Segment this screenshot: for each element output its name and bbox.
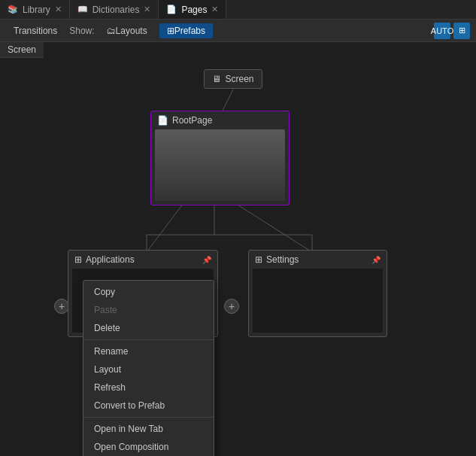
context-menu-copy[interactable]: Copy (83, 283, 214, 301)
screen-node[interactable]: 🖥 Screen (196, 69, 271, 89)
tab-pages-label: Pages (181, 5, 207, 15)
transitions-label: Transitions (14, 26, 57, 36)
prefabs-button[interactable]: ⊞ Prefabs (159, 23, 213, 38)
prefabs-icon: ⊞ (167, 26, 174, 36)
context-menu-convert-prefab[interactable]: Convert to Prefab (83, 397, 214, 415)
settings-node[interactable]: ⊞ Settings 📌 (248, 250, 387, 337)
screen-box: 🖥 Screen (204, 69, 262, 89)
applications-pin: 📌 (202, 256, 211, 264)
svg-line-0 (222, 90, 233, 112)
tab-library-label: Library (23, 5, 50, 15)
layouts-label: Layouts (116, 26, 147, 36)
tab-dictionaries-label: Dictionaries (92, 5, 140, 15)
rootpage-node[interactable]: 📄 RootPage (150, 111, 290, 205)
rootpage-icon: 📄 (157, 115, 168, 126)
applications-label: Applications (86, 254, 135, 265)
context-menu-sep2 (83, 417, 214, 418)
canvas: 🖥 Screen 📄 RootPage + ⊞ Applications 📌 +… (0, 58, 476, 456)
prefabs-label: Prefabs (174, 26, 205, 36)
tab-pages[interactable]: 📄 Pages ✕ (159, 0, 226, 19)
context-menu-layout-label: Layout (94, 364, 121, 375)
screen-label: Screen (0, 42, 44, 58)
context-menu-refresh[interactable]: Refresh (83, 378, 214, 397)
dictionaries-icon: 📖 (77, 5, 88, 14)
add-middle-button[interactable]: + (224, 299, 239, 314)
context-menu-open-composition-label: Open Composition (94, 442, 168, 452)
context-menu: Copy Paste Delete Rename Layout Refresh … (83, 280, 214, 456)
context-menu-rename-label: Rename (94, 346, 128, 357)
toolbar-right: AUTO ⊞ (434, 23, 470, 39)
screen-label-bar: Screen (0, 42, 476, 58)
pages-icon: 📄 (166, 5, 177, 14)
rootpage-label: RootPage (172, 115, 212, 126)
context-menu-layout[interactable]: Layout (83, 360, 214, 378)
auto-label: AUTO (431, 26, 453, 35)
tab-dictionaries[interactable]: 📖 Dictionaries ✕ (70, 0, 159, 19)
context-menu-open-composition[interactable]: Open Composition (83, 438, 214, 456)
tab-bar: 📚 Library ✕ 📖 Dictionaries ✕ 📄 Pages ✕ (0, 0, 476, 20)
context-menu-rename[interactable]: Rename (83, 342, 214, 360)
show-label: Show: (69, 26, 94, 36)
context-menu-open-new-tab-label: Open in New Tab (94, 424, 163, 434)
rootpage-header: 📄 RootPage (151, 111, 289, 129)
context-menu-sep1 (83, 339, 214, 340)
settings-pin: 📌 (371, 256, 380, 264)
context-menu-delete[interactable]: Delete (83, 319, 214, 337)
context-menu-paste-label: Paste (94, 305, 117, 315)
rootpage-body (155, 129, 285, 201)
context-menu-copy-label: Copy (94, 287, 115, 297)
layouts-button[interactable]: 🗂 Layouts (99, 23, 155, 38)
settings-header: ⊞ Settings 📌 (249, 251, 387, 269)
context-menu-convert-prefab-label: Convert to Prefab (94, 400, 165, 411)
layouts-icon: 🗂 (107, 26, 116, 36)
transitions-button[interactable]: Transitions (6, 23, 65, 38)
tab-library-close[interactable]: ✕ (55, 5, 62, 14)
library-icon: 📚 (8, 5, 18, 14)
applications-icon: ⊞ (74, 254, 82, 265)
fit-button[interactable]: ⊞ (453, 23, 470, 39)
tab-pages-close[interactable]: ✕ (211, 5, 218, 14)
context-menu-open-new-tab[interactable]: Open in New Tab (83, 420, 214, 438)
add-left-button[interactable]: + (54, 299, 69, 314)
add-left-icon: + (59, 300, 65, 312)
add-middle-icon: + (229, 300, 235, 312)
applications-header: ⊞ Applications 📌 (68, 251, 217, 269)
context-menu-paste: Paste (83, 301, 214, 319)
toolbar: Transitions Show: 🗂 Layouts ⊞ Prefabs AU… (0, 20, 476, 42)
tab-dictionaries-close[interactable]: ✕ (144, 5, 150, 14)
context-menu-delete-label: Delete (94, 323, 120, 333)
screen-node-label: Screen (225, 74, 253, 84)
settings-label: Settings (266, 254, 299, 265)
context-menu-refresh-label: Refresh (94, 382, 126, 393)
tab-library[interactable]: 📚 Library ✕ (0, 0, 70, 19)
settings-icon: ⊞ (255, 254, 262, 265)
screen-node-icon: 🖥 (212, 74, 221, 84)
settings-body (253, 269, 383, 333)
auto-button[interactable]: AUTO (434, 23, 450, 39)
fit-icon: ⊞ (459, 26, 465, 35)
